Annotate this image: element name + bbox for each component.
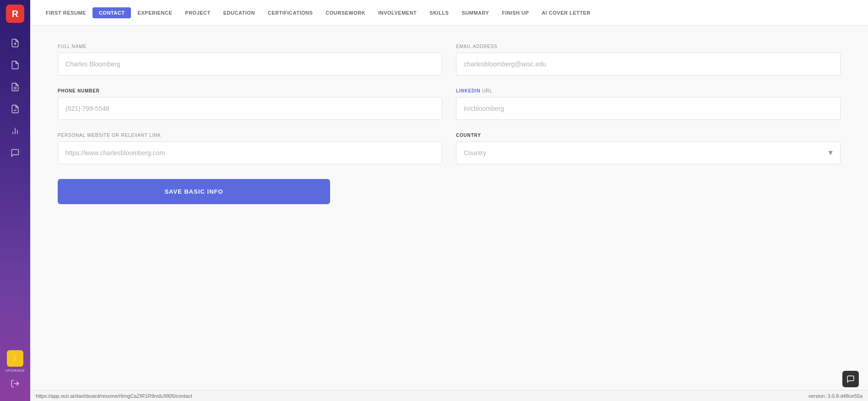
sidebar: R: [0, 0, 30, 401]
email-label: EMAIL ADDRESS: [456, 44, 841, 49]
row-website-country: PERSONAL WEBSITE OR RELEVANT LINK COUNTR…: [58, 133, 841, 164]
phone-label: PHONE NUMBER: [58, 88, 442, 93]
status-version: version: 3.0.8-d48ce55a: [808, 393, 863, 399]
app-logo[interactable]: R: [6, 5, 24, 23]
logout-icon[interactable]: [7, 375, 23, 392]
sidebar-bottom: ⚡ UPGRADE: [5, 350, 25, 396]
website-label: PERSONAL WEBSITE OR RELEVANT LINK: [58, 133, 442, 138]
row-phone-linkedin: PHONE NUMBER LINKEDIN URL: [58, 88, 841, 120]
country-select-wrapper: Country United States Canada United King…: [456, 141, 841, 164]
linkedin-group: LINKEDIN URL: [456, 88, 841, 120]
chat-widget-icon[interactable]: [842, 371, 859, 387]
upgrade-icon[interactable]: ⚡: [7, 350, 23, 367]
email-input[interactable]: [456, 53, 841, 76]
tab-experience[interactable]: EXPERIENCE: [131, 7, 179, 18]
analytics-icon[interactable]: [7, 123, 23, 139]
tab-finish-up[interactable]: FINISH UP: [495, 7, 535, 18]
website-group: PERSONAL WEBSITE OR RELEVANT LINK: [58, 133, 442, 164]
form-area: FULL NAME EMAIL ADDRESS PHONE NUMBER LIN…: [30, 26, 868, 390]
tab-first-resume[interactable]: FIRST RESUME: [39, 7, 92, 18]
document-lines-icon[interactable]: [7, 79, 23, 95]
website-input[interactable]: [58, 141, 442, 164]
tab-certifications[interactable]: CERTIFICATIONS: [261, 7, 319, 18]
document-blank-icon[interactable]: [7, 57, 23, 73]
country-select[interactable]: Country United States Canada United King…: [456, 141, 841, 164]
phone-group: PHONE NUMBER: [58, 88, 442, 120]
full-name-label: FULL NAME: [58, 44, 442, 49]
status-bar: https://app.rezi.ai/dashboard/resume/r6m…: [30, 390, 868, 401]
full-name-group: FULL NAME: [58, 44, 442, 76]
tab-coursework[interactable]: COURSEWORK: [319, 7, 372, 18]
tab-skills[interactable]: SKILLS: [423, 7, 455, 18]
tab-contact[interactable]: CONTACT: [92, 7, 131, 18]
tab-involvement[interactable]: INVOLVEMENT: [372, 7, 423, 18]
message-icon[interactable]: [7, 145, 23, 161]
tab-ai-cover-letter[interactable]: AI COVER LETTER: [535, 7, 597, 18]
phone-input[interactable]: [58, 97, 442, 120]
email-group: EMAIL ADDRESS: [456, 44, 841, 76]
save-basic-info-button[interactable]: SAVE BASIC INFO: [58, 179, 330, 204]
checkmark-document-icon[interactable]: [7, 101, 23, 117]
nav-tabs: FIRST RESUME CONTACT EXPERIENCE PROJECT …: [30, 0, 868, 26]
country-group: COUNTRY Country United States Canada Uni…: [456, 133, 841, 164]
full-name-input[interactable]: [58, 53, 442, 76]
linkedin-label: LINKEDIN URL: [456, 88, 841, 93]
upgrade-section: ⚡ UPGRADE: [5, 350, 25, 373]
main-content: FIRST RESUME CONTACT EXPERIENCE PROJECT …: [30, 0, 868, 401]
upgrade-label[interactable]: UPGRADE: [5, 368, 25, 373]
tab-project[interactable]: PROJECT: [179, 7, 217, 18]
add-document-icon[interactable]: [7, 35, 23, 51]
linkedin-input[interactable]: [456, 97, 841, 120]
tab-education[interactable]: EDUCATION: [217, 7, 261, 18]
country-label: COUNTRY: [456, 133, 841, 138]
status-url: https://app.rezi.ai/dashboard/resume/r6m…: [36, 393, 192, 399]
tab-summary[interactable]: SUMMARY: [455, 7, 495, 18]
row-name-email: FULL NAME EMAIL ADDRESS: [58, 44, 841, 76]
